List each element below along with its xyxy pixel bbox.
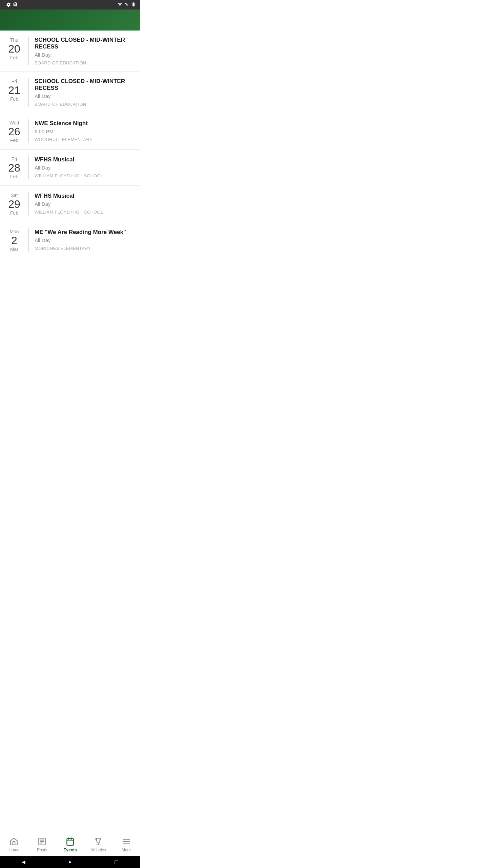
event-day-number: 28 [8,162,20,173]
event-time: All Day [35,52,135,58]
event-list-item[interactable]: Mon 2 Mar ME "We Are Reading More Week" … [0,222,140,258]
event-details: SCHOOL CLOSED - MID-WINTER RECESS All Da… [35,37,135,65]
event-date: Sat 29 Feb [5,192,23,216]
event-location: WILLIAM FLOYD HIGH SCHOOL [35,210,135,215]
events-list: Thu 20 Feb SCHOOL CLOSED - MID-WINTER RE… [0,31,140,258]
event-date: Fri 21 Feb [5,78,23,107]
event-title: WFHS Musical [35,193,135,199]
wifi-icon [117,2,123,8]
event-day-number: 2 [11,235,17,246]
event-day-number: 21 [8,85,20,96]
event-day-name: Thu [10,37,18,43]
event-day-number: 29 [8,199,20,210]
event-time: All Day [35,237,135,243]
event-list-item[interactable]: Sat 29 Feb WFHS Musical All Day WILLIAM … [0,186,140,222]
event-details: WFHS Musical All Day WILLIAM FLOYD HIGH … [35,156,135,179]
event-date: Wed 26 Feb [5,119,23,143]
event-time: All Day [35,165,135,171]
event-date: Fri 28 Feb [5,156,23,179]
event-location: BOARD OF EDUCATION [35,102,135,107]
event-divider [28,37,29,65]
status-bar [0,0,140,9]
event-title: WFHS Musical [35,156,135,163]
event-month: Mar [10,246,18,252]
event-date: Mon 2 Mar [5,228,23,252]
event-time: 6:00 PM [35,129,135,134]
settings-icon [6,2,11,8]
event-date: Thu 20 Feb [5,37,23,65]
event-list-item[interactable]: Wed 26 Feb NWE Science Night 6:00 PM WOO… [0,113,140,150]
event-time: All Day [35,201,135,207]
event-divider [28,78,29,107]
event-location: WOODHULL ELEMENTARY [35,137,135,142]
event-day-number: 20 [8,43,20,54]
event-month: Feb [10,174,18,179]
event-details: SCHOOL CLOSED - MID-WINTER RECESS All Da… [35,78,135,107]
event-title: ME "We Are Reading More Week" [35,229,135,236]
event-location: BOARD OF EDUCATION [35,60,135,65]
battery-icon [131,2,136,8]
event-day-name: Sat [11,193,18,198]
app-header [0,9,140,31]
event-time: All Day [35,93,135,99]
event-title: SCHOOL CLOSED - MID-WINTER RECESS [35,78,135,92]
event-day-number: 26 [8,126,20,137]
event-location: MORICHES ELEMENTARY [35,246,135,251]
event-details: ME "We Are Reading More Week" All Day MO… [35,228,135,252]
event-day-name: Mon [9,229,19,234]
event-day-name: Fri [12,156,17,162]
status-left [4,2,18,8]
event-list-item[interactable]: Thu 20 Feb SCHOOL CLOSED - MID-WINTER RE… [0,31,140,72]
event-title: SCHOOL CLOSED - MID-WINTER RECESS [35,37,135,51]
event-day-name: Wed [9,120,19,125]
event-title: NWE Science Night [35,120,135,127]
status-right [117,2,136,8]
event-month: Feb [10,138,18,143]
event-day-name: Fri [12,79,17,84]
event-divider [28,192,29,216]
event-divider [28,228,29,252]
event-details: WFHS Musical All Day WILLIAM FLOYD HIGH … [35,192,135,216]
event-list-item[interactable]: Fri 28 Feb WFHS Musical All Day WILLIAM … [0,150,140,186]
signal-icon [124,2,129,8]
clipboard-icon [13,2,18,8]
event-list-item[interactable]: Fri 21 Feb SCHOOL CLOSED - MID-WINTER RE… [0,72,140,113]
event-details: NWE Science Night 6:00 PM WOODHULL ELEME… [35,119,135,143]
event-month: Feb [10,55,18,60]
event-divider [28,119,29,143]
event-divider [28,156,29,179]
event-location: WILLIAM FLOYD HIGH SCHOOL [35,173,135,178]
event-month: Feb [10,210,18,216]
event-month: Feb [10,96,18,102]
